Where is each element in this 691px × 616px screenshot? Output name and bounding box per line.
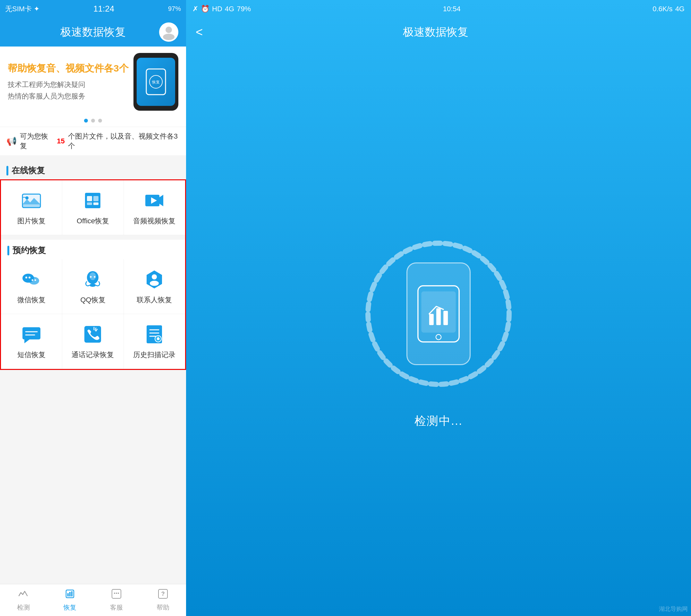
history-icon xyxy=(143,323,165,346)
video-icon xyxy=(143,189,165,212)
svg-point-53 xyxy=(114,593,115,594)
header-right: < 极速数据恢复 xyxy=(186,18,691,46)
svg-point-23 xyxy=(35,280,36,281)
svg-point-30 xyxy=(152,274,157,280)
sms-icon xyxy=(20,323,43,346)
contact-icon xyxy=(143,268,165,291)
video-label: 音频视频恢复 xyxy=(133,216,176,226)
recovery-grid-container: 图片恢复 Office恢复 xyxy=(0,179,186,370)
svg-point-27 xyxy=(94,276,96,278)
app-title-left: 极速数据恢复 xyxy=(60,25,126,40)
svg-rect-36 xyxy=(84,326,101,343)
detect-nav-label: 检测 xyxy=(17,603,30,612)
appoint-section-title: 预约恢复 xyxy=(13,245,46,256)
back-button[interactable]: < xyxy=(196,25,203,39)
grid-item-video[interactable]: 音频视频恢复 xyxy=(124,180,185,235)
online-section-header: 在线恢复 xyxy=(0,160,186,179)
svg-rect-32 xyxy=(22,327,40,339)
svg-rect-61 xyxy=(429,314,434,325)
grid-item-wechat[interactable]: 微信恢复 xyxy=(1,259,62,314)
status-icons-left: 97% xyxy=(168,5,181,13)
detect-icon xyxy=(18,589,28,601)
grid-item-call[interactable]: 通话记录恢复 xyxy=(62,314,124,369)
speaker-icon: 📢 xyxy=(6,136,17,146)
svg-point-22 xyxy=(32,280,34,281)
svg-point-31 xyxy=(150,281,159,286)
status-bar-left: 无SIM卡 ✦ 11:24 97% xyxy=(0,0,186,18)
nav-item-recover[interactable]: 恢复 xyxy=(46,584,93,616)
grid-item-sms[interactable]: 短信恢复 xyxy=(1,314,62,369)
app-title-right: 极速数据恢复 xyxy=(209,25,662,40)
history-label: 历史扫描记录 xyxy=(133,350,176,360)
notification-bar: 📢 可为您恢复 15 个图片文件，以及音、视频文件各3个 xyxy=(0,127,186,155)
service-nav-label: 客服 xyxy=(110,603,123,612)
grid-item-qq[interactable]: QQ恢复 xyxy=(62,259,124,314)
header-left: 极速数据恢复 xyxy=(0,18,186,46)
svg-point-0 xyxy=(165,27,172,33)
photo-icon xyxy=(20,189,43,212)
battery-right: 79% xyxy=(237,5,251,13)
svg-point-55 xyxy=(118,593,119,594)
avatar[interactable] xyxy=(159,22,178,42)
svg-point-54 xyxy=(116,593,117,594)
svg-point-64 xyxy=(436,334,441,339)
svg-rect-49 xyxy=(67,593,69,596)
status-speed: 0.6K/s 4G xyxy=(652,5,685,13)
phone-screen: 恢复 xyxy=(137,58,175,106)
notif-highlight: 15 xyxy=(57,137,65,145)
online-recovery-grid: 图片恢复 Office恢复 xyxy=(1,180,185,235)
office-icon xyxy=(82,189,104,212)
network-type-right: 4G xyxy=(225,5,234,13)
svg-text:恢复: 恢复 xyxy=(152,80,160,84)
grid-item-office[interactable]: Office恢复 xyxy=(62,180,124,235)
svg-point-28 xyxy=(89,284,96,287)
section-bar-online xyxy=(6,166,8,176)
status-left-info: 无SIM卡 ✦ xyxy=(5,4,40,14)
grid-item-contact[interactable]: 联系人恢复 xyxy=(124,259,185,314)
nav-item-service[interactable]: 客服 xyxy=(93,584,139,616)
call-label: 通话记录恢复 xyxy=(71,350,114,360)
network-icon: ✗ xyxy=(193,5,198,13)
left-panel: 无SIM卡 ✦ 11:24 97% 极速数据恢复 帮助恢复音、视频文件各3个 技… xyxy=(0,0,186,616)
svg-point-19 xyxy=(29,277,39,285)
svg-point-20 xyxy=(25,277,27,279)
service-icon xyxy=(111,589,121,601)
hd-text: HD xyxy=(212,5,222,13)
svg-rect-11 xyxy=(87,196,92,201)
nav-item-help[interactable]: ? 帮助 xyxy=(139,584,186,616)
photo-label: 图片恢复 xyxy=(17,216,46,226)
status-right-left: ✗ ⏰ HD 4G 79% xyxy=(193,5,251,13)
dot-1 xyxy=(84,119,88,123)
status-bar-right: ✗ ⏰ HD 4G 79% 10:54 0.6K/s 4G xyxy=(186,0,691,18)
contact-label: 联系人恢复 xyxy=(137,295,172,305)
qq-icon xyxy=(82,268,104,291)
notif-text2: 个图片文件，以及音、视频文件各3个 xyxy=(68,132,180,151)
dot-3 xyxy=(98,119,102,123)
appoint-section-header: 预约恢复 xyxy=(1,240,185,259)
banner-dots xyxy=(0,117,186,127)
bottom-nav: 检测 恢复 客服 xyxy=(0,584,186,616)
dot-2 xyxy=(91,119,95,123)
grid-item-photo[interactable]: 图片恢复 xyxy=(1,180,62,235)
sms-label: 短信恢复 xyxy=(17,350,46,360)
recover-nav-label: 恢复 xyxy=(64,603,76,612)
speed-text: 0.6K/s xyxy=(652,5,672,13)
banner-phone-image: 恢复 xyxy=(133,53,178,111)
section-divider-top xyxy=(0,155,186,160)
inner-divider xyxy=(1,235,185,240)
online-section-title: 在线恢复 xyxy=(12,165,45,176)
office-label: Office恢复 xyxy=(77,216,109,226)
grid-item-history[interactable]: 历史扫描记录 xyxy=(124,314,185,369)
nav-item-detect[interactable]: 检测 xyxy=(0,584,46,616)
notif-text1: 可为您恢复 xyxy=(20,132,53,151)
svg-rect-14 xyxy=(93,202,98,205)
help-icon: ? xyxy=(158,589,168,601)
svg-point-1 xyxy=(163,34,175,40)
svg-text:?: ? xyxy=(161,591,164,597)
banner: 帮助恢复音、视频文件各3个 技术工程师为您解决疑问 热情的客服人员为您服务 恢复 xyxy=(0,46,186,117)
battery-left: 97% xyxy=(168,5,181,13)
banner-desc2: 热情的客服人员为您服务 xyxy=(8,90,133,102)
svg-marker-33 xyxy=(24,339,29,343)
banner-title: 帮助恢复音、视频文件各3个 xyxy=(8,62,133,75)
time-left: 11:24 xyxy=(93,4,114,14)
